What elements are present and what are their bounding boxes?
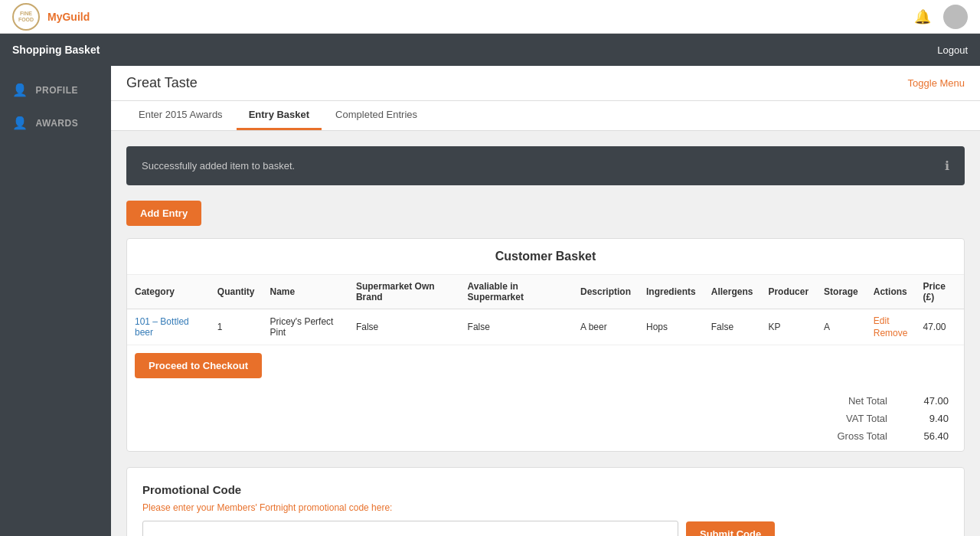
cell-ingredients: Hops [639,309,704,345]
proceed-checkout-button[interactable]: Proceed to Checkout [135,353,262,378]
col-avaliable-supermarket: Avaliable in Supermarket [460,275,573,309]
shopping-basket-title: Shopping Basket [12,44,100,56]
cell-quantity: 1 [210,309,263,345]
vat-total-value: 9.40 [910,413,949,424]
col-description: Description [573,275,639,309]
net-total-value: 47.00 [910,395,949,407]
top-nav-left: FINE FOOD MyGuild [12,3,90,31]
remove-link[interactable]: Remove [874,328,908,338]
totals-section: Net Total 47.00 VAT Total 9.40 Gross Tot… [127,386,964,451]
cell-actions: Edit Remove [866,309,916,345]
cell-price: 47.00 [915,309,964,345]
awards-icon: 👤 [12,116,28,130]
sidebar-label-profile: PROFILE [36,85,79,96]
sub-nav: Shopping Basket Logout [0,34,980,66]
edit-link[interactable]: Edit [874,315,908,326]
col-storage: Storage [816,275,866,309]
vat-total-row: VAT Total 9.40 [135,410,956,427]
col-price: Price (£) [915,275,964,309]
gross-total-row: Gross Total 56.40 [135,427,956,445]
success-message-text: Successfully added item to basket. [142,160,295,172]
info-icon: ℹ [945,159,949,173]
basket-table-card: Customer Basket Category Quantity Name S… [126,238,965,452]
toggle-menu-link[interactable]: Toggle Menu [908,77,965,89]
basket-title: Customer Basket [127,239,964,275]
profile-icon: 👤 [12,83,28,97]
col-supermarket-own-brand: Supermarket Own Brand [348,275,460,309]
content-area: Successfully added item to basket. ℹ Add… [111,131,980,536]
col-name: Name [262,275,348,309]
cell-storage: A [816,309,866,345]
bell-icon[interactable]: 🔔 [914,8,931,25]
sidebar-item-profile[interactable]: 👤 PROFILE [0,74,111,106]
category-link[interactable]: 101 – Bottled beer [135,316,189,338]
cell-avaliable-supermarket: False [460,309,573,345]
promo-desc: Please enter your Members' Fortnight pro… [142,502,949,513]
sidebar-item-awards[interactable]: 👤 AWARDS [0,106,111,139]
col-ingredients: Ingredients [639,275,704,309]
promo-title: Promotional Code [142,483,949,496]
col-category: Category [127,275,210,309]
net-total-row: Net Total 47.00 [135,392,956,410]
cell-producer: KP [760,309,816,345]
myguild-link[interactable]: MyGuild [47,11,90,23]
tabs-bar: Enter 2015 Awards Entry Basket Completed… [111,101,980,131]
gross-total-label: Gross Total [826,430,887,442]
tab-completedentries[interactable]: Completed Entries [323,101,430,130]
net-total-label: Net Total [826,395,887,407]
promo-input-row: Submit Code [142,521,949,536]
layout: 👤 PROFILE 👤 AWARDS Great Taste Toggle Me… [0,66,980,536]
tab-entrybasket[interactable]: Entry Basket [237,101,322,130]
cell-supermarket-own-brand: False [348,309,460,345]
cell-name: Pricey's Perfect Pint [262,309,348,345]
col-quantity: Quantity [210,275,263,309]
logout-link[interactable]: Logout [937,44,968,56]
tab-enter2015[interactable]: Enter 2015 Awards [126,101,235,130]
top-nav: FINE FOOD MyGuild 🔔 [0,0,980,34]
col-allergens: Allergens [704,275,761,309]
proceed-row: Proceed to Checkout [127,345,964,386]
vat-total-label: VAT Total [826,413,887,424]
main-content: Great Taste Toggle Menu Enter 2015 Award… [111,66,980,536]
cell-allergens: False [704,309,761,345]
logo: FINE FOOD [12,3,40,31]
sidebar-label-awards: AWARDS [36,118,79,129]
promo-input[interactable] [142,521,678,536]
col-actions: Actions [866,275,916,309]
cell-category: 101 – Bottled beer [127,309,210,345]
page-title: Great Taste [126,75,198,91]
basket-table: Category Quantity Name Supermarket Own B… [127,275,964,345]
top-nav-right: 🔔 [914,5,968,29]
col-producer: Producer [760,275,816,309]
page-header: Great Taste Toggle Menu [111,66,980,101]
avatar[interactable] [943,5,968,29]
add-entry-button[interactable]: Add Entry [126,201,201,226]
submit-code-button[interactable]: Submit Code [686,521,775,537]
success-message: Successfully added item to basket. ℹ [126,146,965,185]
cell-description: A beer [573,309,639,345]
gross-total-value: 56.40 [910,430,949,442]
sidebar: 👤 PROFILE 👤 AWARDS [0,66,111,536]
table-row: 101 – Bottled beer 1 Pricey's Perfect Pi… [127,309,964,345]
promo-card: Promotional Code Please enter your Membe… [126,467,965,536]
